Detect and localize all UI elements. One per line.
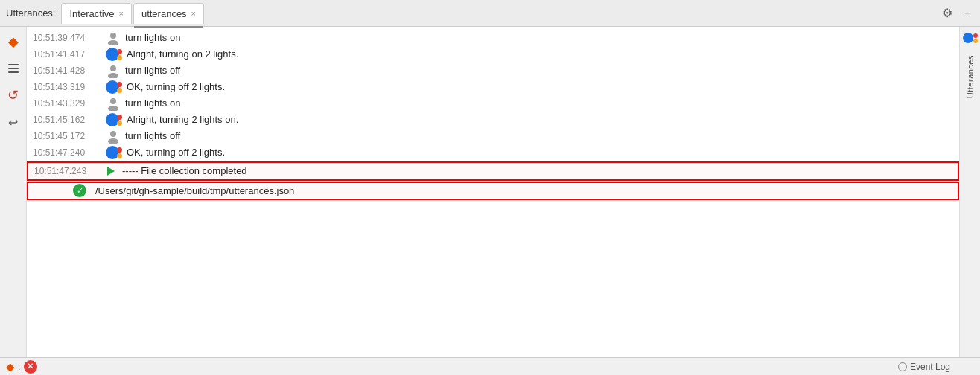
timestamp: 10:51:45.162 xyxy=(27,113,101,126)
log-row: 10:51:47.240 OK, turning off 2 lights. xyxy=(27,144,959,161)
avatar-user xyxy=(106,63,121,78)
svg-point-8 xyxy=(108,106,118,111)
timestamp: 10:51:43.329 xyxy=(27,97,101,110)
list-icon[interactable] xyxy=(4,60,22,77)
log-message: turn lights on xyxy=(125,31,953,45)
bottom-bar: ◆ : ✕ Event Log xyxy=(0,357,980,375)
undo-icon[interactable]: ↩ xyxy=(4,113,22,131)
log-row: 10:51:41.417 Alright, turning on 2 light… xyxy=(27,46,959,62)
log-message: Alright, turning 2 lights on. xyxy=(127,112,953,127)
log-filepath: /Users/git/gh-sample/build/tmp/utterance… xyxy=(95,184,952,199)
log-message: ----- File collection completed xyxy=(122,164,952,179)
tab-utterances-close[interactable]: × xyxy=(191,10,196,18)
log-message: OK, turning off 2 lights. xyxy=(127,80,953,94)
log-message: OK, turning off 2 lights. xyxy=(127,145,953,160)
right-sidebar-top: Utterances xyxy=(963,33,978,98)
minimize-button[interactable]: − xyxy=(961,5,974,22)
dot-yellow xyxy=(973,39,978,43)
timestamp: 10:51:41.428 xyxy=(27,64,101,77)
svg-point-5 xyxy=(110,65,116,71)
right-sidebar-label: Utterances xyxy=(966,55,975,98)
log-message: turn lights off xyxy=(125,63,953,78)
svg-point-7 xyxy=(110,98,116,104)
avatar-user xyxy=(106,96,121,111)
svg-rect-2 xyxy=(8,71,19,73)
dot-red xyxy=(973,33,978,38)
right-sidebar: Utterances xyxy=(959,27,980,357)
timestamp: 10:51:45.172 xyxy=(27,129,101,143)
timestamp: 10:51:43.319 xyxy=(27,80,101,94)
tab-interactive-label: Interactive xyxy=(69,8,114,19)
avatar-check: ✓ xyxy=(73,184,91,197)
log-row: 10:51:43.319 OK, turning off 2 lights. xyxy=(27,79,959,95)
log-row: 10:51:45.162 Alright, turning 2 lights o… xyxy=(27,112,959,128)
svg-rect-0 xyxy=(8,64,19,65)
svg-point-3 xyxy=(110,33,116,39)
tab-bar: Utterances: Interactive × utterances × ⚙… xyxy=(0,0,980,27)
event-log-label: Event Log xyxy=(910,362,950,372)
bot-color-dots xyxy=(973,33,978,43)
bot-avatar-mini xyxy=(963,33,978,43)
avatar-bot xyxy=(106,48,122,61)
settings-button[interactable]: ⚙ xyxy=(939,4,955,22)
play-icon[interactable]: ◆ xyxy=(4,33,22,51)
status-colon: : xyxy=(18,361,21,372)
event-log-circle-icon xyxy=(898,362,907,371)
timestamp: 10:51:47.240 xyxy=(27,146,101,159)
log-message: Alright, turning on 2 lights. xyxy=(127,47,953,62)
avatar-user xyxy=(106,31,121,45)
svg-rect-1 xyxy=(8,68,19,69)
avatar-bot xyxy=(106,80,122,94)
log-row: 10:51:45.172 turn lights off xyxy=(27,128,959,144)
log-row-highlighted: 10:51:47.243 ----- File collection compl… xyxy=(27,161,959,181)
log-message: turn lights off xyxy=(125,129,953,144)
tab-utterances[interactable]: utterances × xyxy=(133,3,204,24)
event-log-link[interactable]: Event Log xyxy=(898,362,950,372)
log-row: 10:51:43.329 turn lights on xyxy=(27,95,959,112)
avatar-play xyxy=(107,167,118,176)
svg-point-4 xyxy=(108,40,118,45)
log-message: turn lights on xyxy=(125,96,953,111)
error-circle-icon: ✕ xyxy=(24,360,37,374)
timestamp: 10:51:39.474 xyxy=(27,31,101,45)
play-triangle-icon xyxy=(107,167,115,176)
log-row: 10:51:41.428 turn lights off xyxy=(27,62,959,79)
header-actions: ⚙ − xyxy=(939,4,974,22)
svg-point-9 xyxy=(110,131,116,137)
svg-point-10 xyxy=(108,138,118,144)
tab-utterances-label: utterances xyxy=(141,8,187,19)
avatar-bot xyxy=(106,113,122,126)
timestamp: 10:51:41.417 xyxy=(27,48,101,61)
log-row: 10:51:39.474 turn lights on xyxy=(27,30,959,46)
bot-blue-dot xyxy=(963,33,973,43)
tab-interactive-close[interactable]: × xyxy=(118,10,123,18)
avatar-bot xyxy=(106,146,122,159)
log-row-filepath: ✓ /Users/git/gh-sample/build/tmp/utteran… xyxy=(27,182,959,201)
svg-point-6 xyxy=(108,73,118,78)
log-area[interactable]: 10:51:39.474 turn lights on 10:51:41.417 xyxy=(27,27,959,357)
tab-interactive[interactable]: Interactive × xyxy=(61,3,131,24)
status-diamond-icon[interactable]: ◆ xyxy=(6,360,15,374)
timestamp: 10:51:47.243 xyxy=(28,164,103,178)
panel-title: Utterances: xyxy=(6,7,55,19)
refresh-icon[interactable]: ↺ xyxy=(4,86,22,104)
avatar-user xyxy=(106,129,121,144)
status-row: ◆ : ✕ xyxy=(6,360,37,374)
left-sidebar: ◆ ↺ ↩ xyxy=(0,27,27,357)
main-area: ◆ ↺ ↩ 10:51:39.474 turn lights on xyxy=(0,27,980,357)
check-circle-icon: ✓ xyxy=(73,184,86,197)
